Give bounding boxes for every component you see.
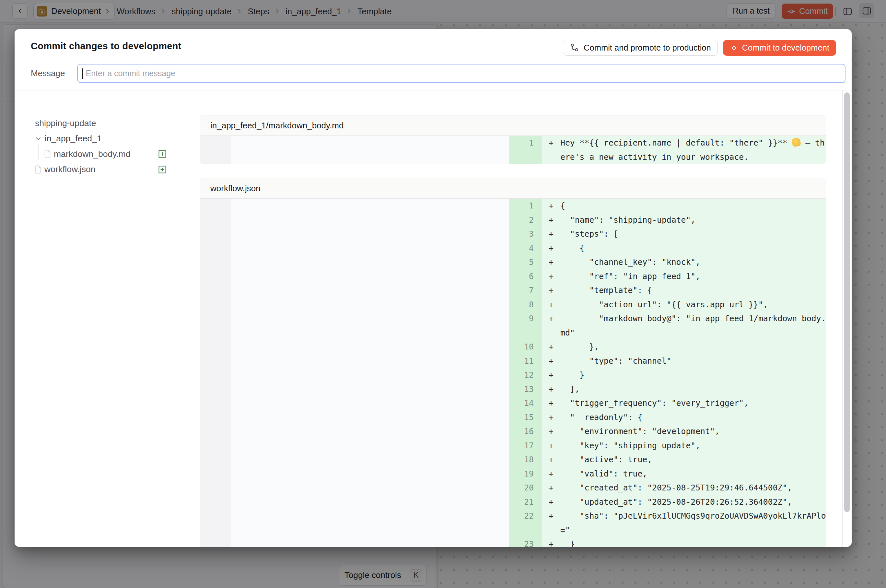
modal-title: Commit changes to development: [31, 41, 181, 51]
message-label: Message: [31, 68, 65, 78]
app-screen: Toggle controls K Development Workflowss…: [0, 0, 886, 588]
sidebar-divider: [186, 90, 186, 547]
scrollbar-thumb[interactable]: [844, 92, 850, 512]
commit-message-input[interactable]: Enter a commit message: [77, 64, 846, 83]
diff-line: 20+ "created_at": "2025-08-25T19:29:46.6…: [200, 481, 826, 495]
diff-line: 2+ "name": "shipping-update",: [200, 213, 826, 227]
input-placeholder: Enter a commit message: [86, 69, 175, 78]
added-file-icon: [159, 166, 166, 173]
diff-line: 15+ "__readonly": {: [200, 410, 826, 424]
commit-to-development-button[interactable]: Commit to development: [723, 40, 836, 56]
modal-body: shipping-updatein_app_feed_1markdown_bod…: [15, 90, 852, 547]
diff-line: 17+ "key": "shipping-update",: [200, 439, 826, 453]
diff-list: in_app_feed_1/markdown_body.md1+Hey **{{…: [200, 90, 826, 547]
diff-line: 3+ "steps": [: [200, 227, 826, 241]
diff-file-header: in_app_feed_1/markdown_body.md: [200, 116, 826, 136]
diff-line: 5+ "channel_key": "knock",: [200, 255, 826, 269]
commit-modal: Commit changes to development Commit and…: [15, 29, 852, 547]
file-icon: [35, 165, 42, 174]
diff-line: 14+ "trigger_frequency": "every_trigger"…: [200, 396, 826, 410]
diff-line: 21+ "updated_at": "2025-08-26T20:26:52.3…: [200, 495, 826, 509]
added-file-icon: [159, 150, 166, 158]
commit-and-promote-button[interactable]: Commit and promote to production: [563, 40, 718, 56]
text-caret: [82, 68, 83, 79]
diff-line: 7+ "template": {: [200, 283, 826, 298]
tree-root-label[interactable]: shipping-update: [15, 116, 186, 131]
diff-file-workflow.json: workflow.json1+{2+ "name": "shipping-upd…: [200, 178, 826, 547]
diff-line: 22+ "sha": "pJeLVir6xIlUCMGqs9qroZoUAVDS…: [200, 509, 826, 537]
tree-indent-line: [38, 144, 39, 160]
diff-line: 6+ "ref": "in_app_feed_1",: [200, 269, 826, 284]
diff-line: 11+ "type": "channel": [200, 354, 826, 368]
diff-line: 1+Hey **{{ recipient.name | default: "th…: [200, 136, 826, 164]
chevron-down-icon: [35, 135, 42, 142]
diff-file-header: workflow.json: [200, 178, 826, 199]
tree-file-workflow.json[interactable]: workflow.json: [15, 162, 186, 177]
diff-file-in_app_feed_1/markdown_body.md: in_app_feed_1/markdown_body.md1+Hey **{{…: [200, 115, 826, 164]
diff-line: 13+ ],: [200, 382, 826, 396]
diff-line: 23+ }: [200, 537, 826, 547]
file-tree: shipping-updatein_app_feed_1markdown_bod…: [15, 90, 186, 177]
commit-icon: [730, 44, 738, 52]
diff-line: 1+{: [200, 199, 826, 213]
scrollbar-track: [842, 90, 843, 547]
waving-hand-emoji: [792, 138, 801, 147]
diff-line: 19+ "valid": true,: [200, 467, 826, 481]
diff-line: 16+ "environment": "development",: [200, 424, 826, 439]
diff-line: 10+ },: [200, 340, 826, 354]
diff-line: 4+ {: [200, 241, 826, 255]
file-icon: [44, 150, 51, 158]
diff-line: 9+ "markdown_body@": "in_app_feed_1/mark…: [200, 312, 826, 340]
tree-file-markdown_body.md[interactable]: markdown_body.md: [15, 147, 186, 162]
diff-line: 12+ }: [200, 368, 826, 382]
diff-line: 8+ "action_url": "{{ vars.app_url }}",: [200, 298, 826, 312]
tree-folder-in_app_feed_1[interactable]: in_app_feed_1: [15, 131, 186, 147]
diff-line: 18+ "active": true,: [200, 453, 826, 467]
promote-icon: [570, 43, 579, 53]
